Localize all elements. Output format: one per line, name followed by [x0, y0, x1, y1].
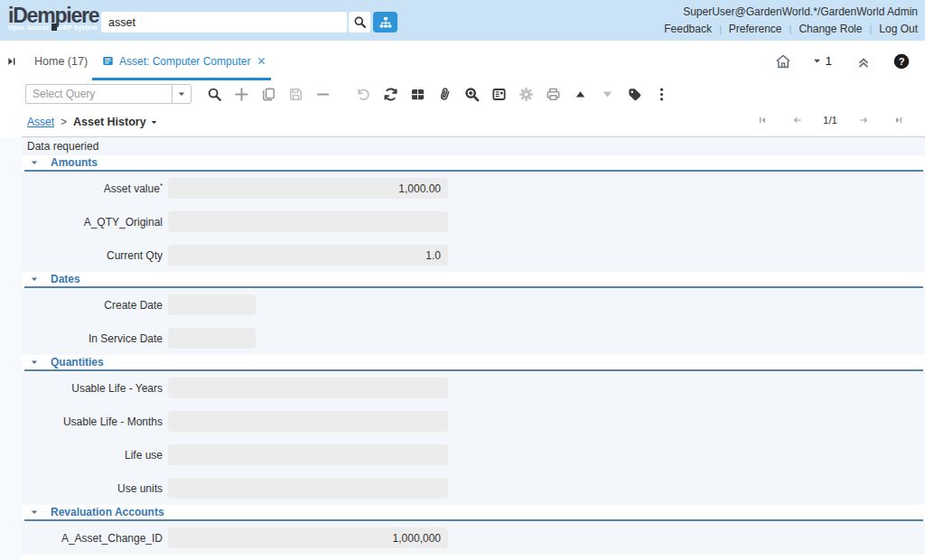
field-input-use-units[interactable]	[168, 478, 448, 499]
field-row: Life use	[22, 438, 925, 471]
link-change-role[interactable]: Change Role	[799, 23, 862, 35]
field-input-a-qty-original[interactable]	[168, 211, 448, 232]
print-icon[interactable]	[539, 81, 566, 107]
expand-west-panel-icon[interactable]	[6, 56, 17, 67]
breadcrumb-parent-link[interactable]: Asset	[27, 116, 54, 128]
undo-icon[interactable]	[350, 81, 377, 107]
attachment-icon[interactable]	[431, 81, 458, 107]
collapse-section-icon[interactable]	[30, 158, 39, 167]
field-input-create-date[interactable]	[168, 294, 256, 315]
grid-toggle-icon[interactable]	[404, 81, 431, 107]
field-label: Usable Life - Months	[22, 415, 163, 428]
global-search-input[interactable]	[101, 12, 347, 33]
more-icon[interactable]	[648, 81, 675, 107]
breadcrumb-dropdown-icon[interactable]	[150, 118, 158, 126]
header: iDempiere Open Source ERP System SuperUs…	[0, 0, 925, 41]
field-row: Create Date	[22, 288, 925, 322]
section-body-amounts: Asset value*1,000.00A_QTY_OriginalCurren…	[22, 172, 925, 272]
first-record-button[interactable]	[744, 115, 780, 126]
west-panel-rail	[0, 81, 22, 560]
section-body-dates: Create DateIn Service Date	[22, 288, 925, 355]
logo-subtitle-left: Open Source	[8, 24, 50, 31]
section-title: Dates	[51, 273, 80, 285]
breadcrumb: Asset > Asset History	[27, 116, 158, 128]
field-input-in-service-date[interactable]	[168, 328, 256, 349]
link-separator: |	[719, 23, 722, 34]
link-separator: |	[790, 23, 792, 34]
label-icon[interactable]	[621, 81, 648, 107]
collapse-section-icon[interactable]	[30, 358, 39, 367]
breadcrumb-row: Asset > Asset History 1/1	[0, 107, 925, 137]
link-separator: |	[869, 23, 872, 34]
logo-subtitle-right: ERP System	[59, 24, 98, 31]
zoom-across-icon[interactable]	[458, 81, 485, 107]
parent-record-icon[interactable]	[566, 81, 593, 107]
breadcrumb-separator: >	[61, 116, 67, 128]
select-query-dropdown-button[interactable]	[172, 84, 192, 104]
field-label: Asset value*	[22, 182, 163, 195]
home-button[interactable]	[774, 52, 792, 70]
section-header-amounts[interactable]: Amounts	[24, 155, 923, 172]
field-input-life-use[interactable]	[168, 444, 448, 465]
tab-asset-window[interactable]: Asset: Computer Computer	[92, 41, 271, 81]
link-feedback[interactable]: Feedback	[664, 23, 712, 35]
collapse-section-icon[interactable]	[30, 275, 39, 284]
collapse-section-icon[interactable]	[30, 508, 39, 517]
field-input-usable-life-years[interactable]	[168, 378, 448, 398]
field-label: Life use	[22, 449, 163, 462]
status-message: Data requeried	[27, 140, 98, 153]
select-query-combo	[25, 84, 192, 104]
field-input-usable-life-months[interactable]	[168, 411, 448, 432]
field-row: Use units	[22, 471, 925, 505]
field-input-current-qty[interactable]: 1.0	[168, 245, 448, 266]
previous-record-button[interactable]	[780, 115, 815, 126]
record-pager: 1/1	[744, 115, 916, 126]
find-icon[interactable]	[201, 81, 228, 107]
field-row: A_QTY_Original	[22, 205, 925, 238]
section-header-dates[interactable]: Dates	[24, 272, 923, 288]
toolbar	[0, 81, 925, 107]
logo: iDempiere Open Source ERP System	[8, 5, 98, 31]
global-search	[101, 12, 397, 33]
field-label: Usable Life - Years	[22, 382, 163, 395]
field-input-asset-value[interactable]: 1,000.00	[168, 178, 448, 199]
required-marker: *	[160, 182, 163, 190]
collapse-header-icon[interactable]	[855, 53, 872, 70]
delete-icon[interactable]	[309, 81, 336, 107]
report-icon[interactable]	[485, 81, 512, 107]
refresh-icon[interactable]	[377, 81, 404, 107]
section-body-quantities: Usable Life - YearsUsable Life - MonthsL…	[22, 371, 925, 505]
logo-pier-graphic	[51, 23, 57, 31]
tab-home[interactable]: Home (17)	[34, 41, 88, 81]
section-header-quantities[interactable]: Quantities	[24, 355, 923, 371]
record-form: AmountsAsset value*1,000.00A_QTY_Origina…	[22, 155, 925, 555]
menu-tree-button[interactable]	[373, 12, 397, 33]
logo-title: iDempiere	[8, 5, 98, 25]
breadcrumb-current: Asset History	[73, 116, 146, 128]
copy-icon[interactable]	[255, 81, 282, 107]
tab-label: Asset: Computer Computer	[119, 55, 250, 68]
field-label: Use units	[22, 482, 163, 495]
process-icon[interactable]	[512, 81, 539, 107]
search-button[interactable]	[349, 12, 370, 33]
save-icon[interactable]	[282, 81, 309, 107]
select-query-input[interactable]	[25, 84, 172, 104]
user-role-label: SuperUser@GardenWorld.*/GardenWorld Admi…	[664, 5, 918, 18]
last-record-button[interactable]	[881, 115, 916, 126]
field-input-a-asset-change-id[interactable]: 1,000,000	[168, 527, 448, 548]
section-title: Revaluation Accounts	[51, 506, 164, 518]
section-header-revaluation-accounts[interactable]: Revaluation Accounts	[24, 505, 923, 521]
detail-record-icon[interactable]	[593, 81, 621, 107]
close-tab-icon[interactable]	[257, 56, 266, 66]
next-record-button[interactable]	[846, 115, 881, 126]
section-body-revaluation-accounts: A_Asset_Change_ID1,000,000	[22, 521, 925, 555]
link-preference[interactable]: Preference	[729, 23, 782, 35]
window-counter-dropdown[interactable]: 1	[812, 54, 832, 68]
tab-bar: Home (17) Asset: Computer Computer 1	[0, 41, 925, 81]
new-icon[interactable]	[228, 81, 255, 107]
window-icon	[102, 55, 114, 67]
link-log-out[interactable]: Log Out	[879, 23, 918, 35]
section-title: Amounts	[51, 156, 98, 169]
help-button[interactable]	[893, 53, 910, 70]
record-page-indicator: 1/1	[815, 115, 846, 126]
